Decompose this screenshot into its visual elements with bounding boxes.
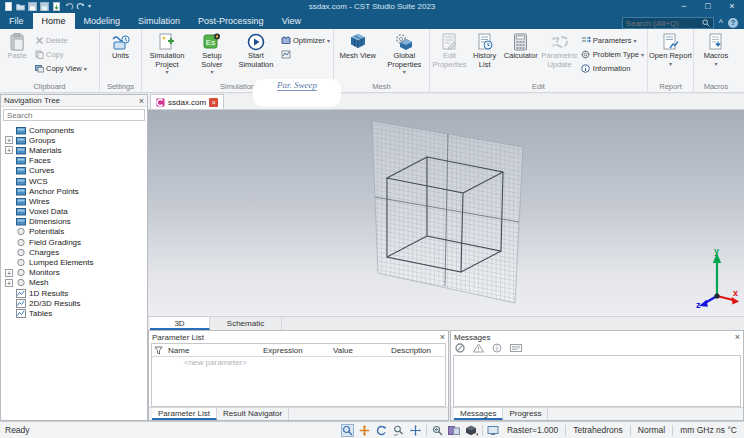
tree-item-wires[interactable]: Wires (5, 196, 147, 206)
paste-button[interactable]: Paste (1, 30, 33, 81)
copy-button[interactable]: Copy (33, 47, 89, 61)
tree-item-components[interactable]: Components (5, 125, 147, 135)
rotate-tool-icon[interactable] (375, 424, 388, 437)
tree-item-mesh[interactable]: +Mesh (5, 278, 147, 288)
units-button[interactable]: Units (102, 30, 140, 81)
tree-search-input[interactable] (7, 111, 141, 120)
status-normal[interactable]: Normal (635, 425, 668, 435)
viewport-3d[interactable]: y x z (148, 110, 744, 316)
filter-funnel-icon[interactable] (152, 346, 165, 355)
export-icon[interactable] (52, 2, 61, 11)
problem-type-button[interactable]: Problem Type ▾ (579, 47, 646, 61)
information-button[interactable]: Information (579, 61, 646, 75)
close-button[interactable]: × (720, 0, 744, 13)
expand-icon[interactable]: + (5, 146, 13, 154)
mesh-view-button[interactable]: Mesh View (335, 30, 381, 81)
parametric-update-button[interactable]: a=x= Parametric Update (540, 30, 579, 81)
help-icon[interactable]: ? (728, 18, 738, 28)
tree-item-faces[interactable]: Faces (5, 156, 147, 166)
tab-home[interactable]: Home (33, 13, 75, 29)
calculator-button[interactable]: Calculator (501, 30, 540, 81)
expand-icon[interactable]: + (5, 269, 13, 277)
tab-post-processing[interactable]: Post-Processing (189, 13, 273, 29)
save-icon[interactable] (28, 2, 37, 11)
edit-properties-button[interactable]: Edit Properties (431, 30, 468, 81)
zoom-tool-icon[interactable] (431, 424, 444, 437)
tree-item-voxel-data[interactable]: Voxel Data (5, 207, 147, 217)
message-options-icon[interactable] (510, 343, 522, 355)
status-units[interactable]: mm GHz ns °C (677, 425, 740, 435)
column-description[interactable]: Description (388, 346, 445, 355)
tree-item-groups[interactable]: +Groups (5, 135, 147, 145)
tree-item-anchor-points[interactable]: Anchor Points (5, 186, 147, 196)
tree-item-tables[interactable]: Tables (5, 308, 147, 318)
tab-result-navigator[interactable]: Result Navigator (217, 408, 289, 420)
save-all-icon[interactable] (40, 2, 49, 11)
tree-item-2d3d-results[interactable]: 2D/3D Results (5, 298, 147, 308)
coordinate-axes-widget[interactable]: y x z (694, 246, 740, 310)
column-name[interactable]: Name (165, 346, 260, 355)
macros-button[interactable]: Macros ▾ (696, 30, 736, 81)
tab-modeling[interactable]: Modeling (75, 13, 130, 29)
tab-messages[interactable]: Messages (454, 408, 503, 420)
setup-solver-button[interactable]: Es Setup Solver ▾ (191, 30, 233, 81)
par-sweep-button[interactable] (279, 47, 332, 61)
tree-item-monitors[interactable]: +Monitors (5, 268, 147, 278)
document-close-icon[interactable]: × (209, 98, 218, 107)
column-value[interactable]: Value (330, 346, 388, 355)
history-list-button[interactable]: History List (468, 30, 501, 81)
document-tab[interactable]: ssdax.com × (150, 94, 224, 109)
tab-parameter-list[interactable]: Parameter List (152, 408, 217, 420)
tree-item-curves[interactable]: Curves (5, 166, 147, 176)
tree-item-field-gradings[interactable]: Field Gradings (5, 237, 147, 247)
simulation-project-button[interactable]: Simulation Project ▾ (143, 30, 191, 81)
dynamic-zoom-tool-icon[interactable] (392, 424, 405, 437)
undo-icon[interactable] (64, 2, 73, 11)
navigation-tree-close-icon[interactable]: × (139, 96, 144, 106)
new-file-icon[interactable] (4, 2, 13, 11)
filter-errors-icon[interactable] (455, 343, 465, 355)
tree-item-wcs[interactable]: WCS (5, 176, 147, 186)
expand-icon[interactable]: + (5, 136, 13, 144)
collapse-ribbon-icon[interactable]: ^ (719, 18, 723, 28)
move-tool-icon[interactable] (358, 424, 371, 437)
tab-simulation[interactable]: Simulation (129, 13, 189, 29)
expand-icon[interactable]: + (5, 279, 13, 287)
column-expression[interactable]: Expression (260, 346, 330, 355)
search-input[interactable] (626, 19, 702, 28)
tab-3d-view[interactable]: 3D (150, 317, 210, 330)
filter-info-icon[interactable] (492, 343, 502, 355)
minimize-button[interactable]: − (672, 0, 696, 13)
tab-file[interactable]: File (0, 13, 33, 29)
tab-schematic-view[interactable]: Schematic (210, 317, 282, 330)
status-mesh-type[interactable]: Tetrahedrons (570, 425, 626, 435)
open-file-icon[interactable] (16, 2, 25, 11)
tree-item-materials[interactable]: +Materials (5, 145, 147, 155)
start-simulation-button[interactable]: Start Simulation (233, 30, 279, 81)
parameters-button[interactable]: Parameters ▾ (579, 33, 646, 47)
tree-search-box[interactable] (3, 109, 145, 121)
tree-item-potentials[interactable]: Potentials (5, 227, 147, 237)
bounding-box-icon[interactable]: ▾ (465, 424, 478, 437)
parameter-list-close-icon[interactable]: × (440, 332, 445, 342)
new-parameter-row[interactable]: <new parameter> (152, 357, 445, 368)
qat-customize-caret-icon[interactable]: ▾ (88, 2, 97, 11)
tree-item-1d-results[interactable]: 1D Results (5, 288, 147, 298)
delete-button[interactable]: Delete (33, 33, 89, 47)
optimizer-button[interactable]: Optimizer ▾ (279, 33, 332, 47)
status-raster[interactable]: Raster=1.000 (504, 425, 561, 435)
tree-item-charges[interactable]: Charges (5, 247, 147, 257)
tree-item-lumped-elements[interactable]: Lumped Elements (5, 257, 147, 267)
tab-progress[interactable]: Progress (503, 408, 548, 420)
tree-item-dimensions[interactable]: Dimensions (5, 217, 147, 227)
zoom-select-tool-icon[interactable] (341, 424, 354, 437)
tab-view[interactable]: View (273, 13, 310, 29)
maximize-button[interactable]: □ (696, 0, 720, 13)
open-report-button[interactable]: Open Report ▾ (649, 30, 692, 81)
ribbon-search[interactable] (622, 17, 714, 29)
copy-view-button[interactable]: Copy View ▾ (33, 61, 89, 75)
redo-icon[interactable] (76, 2, 85, 11)
pan-tool-icon[interactable] (409, 424, 422, 437)
split-view-icon[interactable] (448, 424, 461, 437)
messages-close-icon[interactable]: × (735, 332, 740, 342)
